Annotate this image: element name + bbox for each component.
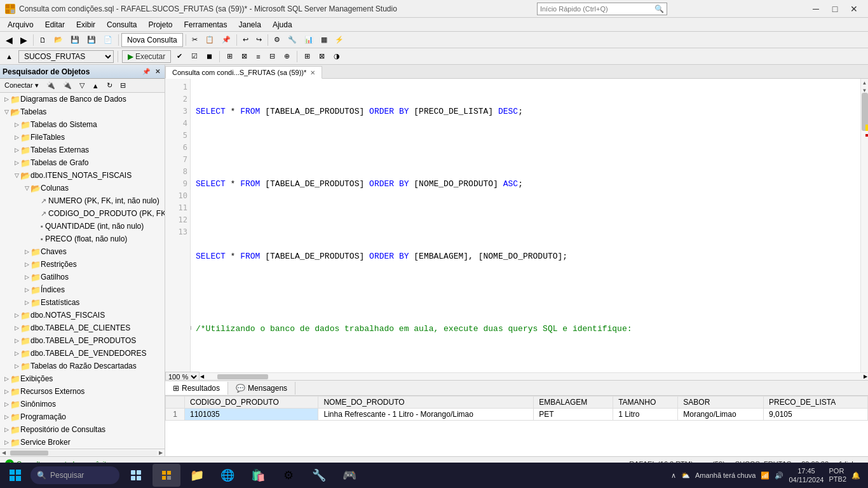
h-scrollbar[interactable]: 100 % ◀ ▶ [165,372,868,380]
toolbar2-misc4[interactable]: ⊟ [266,50,278,64]
tray-chevron[interactable]: ∧ [671,471,676,480]
tree-programacao[interactable]: ▷ 📁 Programação [0,410,165,423]
oe-close-btn[interactable]: ✕ [153,67,162,76]
expand-razao-descartadas[interactable]: ▷ [13,362,20,370]
taskbar-edge-btn[interactable]: 🌐 [214,464,241,487]
oe-collapse-btn[interactable]: ⊟ [117,79,129,93]
forward-btn[interactable]: ▶ [17,33,31,47]
menu-janela[interactable]: Janela [234,19,266,30]
col-header-nome[interactable]: NOME_DO_PRODUTO [318,396,534,409]
tree-service-broker[interactable]: ▷ 📁 Service Broker [0,436,165,449]
quick-search[interactable]: 🔍 [537,3,667,15]
expand-tabelas-sistema[interactable]: ▷ [13,121,20,128]
parse-btn[interactable]: ☑ [188,50,201,64]
tree-notas-fiscais[interactable]: ▷ 📁 dbo.NOTAS_FISCAIS [0,309,165,322]
expand-repositorio[interactable]: ▷ [3,426,10,433]
oe-btn2[interactable]: 🔌 [60,79,75,93]
h-scroll-track[interactable] [205,374,863,380]
tree-gatilhos[interactable]: ▷ 📁 Gatilhos [0,271,165,283]
expand-gatilhos[interactable]: ▷ [23,273,31,281]
menu-ferramentas[interactable]: Ferramentas [179,19,232,30]
oe-scroll-left[interactable]: ◀ [0,450,8,456]
expand-tabela-clientes[interactable]: ▷ [13,324,20,332]
taskbar-search[interactable]: 🔍 Pesquisar [31,466,119,484]
collapse-icon[interactable]: ⊟ [191,323,191,335]
toolbar-btn6[interactable]: 📄 [100,33,116,47]
toolbar2-misc7[interactable]: ⊠ [316,50,328,64]
expand-indices[interactable]: ▷ [23,286,31,294]
tree-estatisticas[interactable]: ▷ 📁 Estatísticas [0,296,165,309]
quick-search-input[interactable] [538,5,652,13]
cell-tamanho[interactable]: 1 Litro [613,409,678,421]
cell-codigo[interactable]: 1101035 [185,409,318,421]
results-btn[interactable]: ◼ [203,50,215,64]
toolbar-cut[interactable]: ✂ [189,33,201,47]
toolbar2-misc2[interactable]: ⊠ [238,50,250,64]
tree-tabela-produtos[interactable]: ▷ 📁 dbo.TABELA_DE_PRODUTOS [0,334,165,347]
tray-notification-icon[interactable]: 🔔 [851,471,860,480]
tab-close-btn[interactable]: ✕ [310,69,315,76]
oe-btn1[interactable]: 🔌 [43,79,58,93]
expand-exibicoes[interactable]: ▷ [3,375,10,383]
tray-clock[interactable]: 17:45 04/11/2024 [789,466,824,485]
toolbar-misc3[interactable]: 📊 [301,33,316,47]
tree-razao-descartadas[interactable]: ▷ 📁 Tabelas do Razão Descartadas [0,360,165,372]
tree-col-numero[interactable]: ↗ NUMERO (PK, FK, int, não nulo) [0,194,165,207]
tree-chaves[interactable]: ▷ 📁 Chaves [0,245,165,258]
scroll-up-btn[interactable]: ▲ [861,79,868,86]
tree-indices[interactable]: ▷ 📁 Índices [0,283,165,296]
expand-filetables[interactable]: ▷ [13,133,20,141]
toolbar-btn3[interactable]: 📂 [51,33,66,47]
col-header-codigo[interactable]: CODIGO_DO_PRODUTO [185,396,318,409]
toolbar-btn2[interactable]: 🗋 [36,33,50,47]
editor-scrollbar[interactable]: ▲ ▼ [860,79,868,372]
menu-editar[interactable]: Editar [40,19,70,30]
cell-nome[interactable]: Linha Refrescante - 1 Litro - Morango/Li… [318,409,534,421]
oe-filter-btn2[interactable]: ▲ [89,79,102,93]
col-header-tamanho[interactable]: TAMANHO [613,396,678,409]
toolbar-undo[interactable]: ↩ [240,33,252,47]
back-btn[interactable]: ◀ [3,33,16,47]
stop-btn[interactable]: ✔ [173,50,186,64]
toolbar2-btn1[interactable]: ▲ [3,50,16,64]
expand-service-broker[interactable]: ▷ [3,438,10,446]
toolbar-redo[interactable]: ↪ [253,33,265,47]
tree-sinonimos[interactable]: ▷ 📁 Sinônimos [0,398,165,410]
toolbar2-misc5[interactable]: ⊕ [281,50,293,64]
taskbar-explorer-btn[interactable]: 📁 [183,464,211,487]
h-scroll-right[interactable]: ▶ [863,374,868,380]
toolbar-copy[interactable]: 📋 [202,33,217,47]
toolbar2-misc[interactable]: ⊞ [224,50,236,64]
new-query-button[interactable]: Nova Consulta [121,33,183,47]
oe-filter-btn[interactable]: ▽ [76,79,88,93]
expand-sinonimos[interactable]: ▷ [3,400,10,408]
expand-tabela-produtos[interactable]: ▷ [13,337,20,344]
expand-notas-fiscais[interactable]: ▷ [13,311,20,319]
toolbar-misc5[interactable]: ⚡ [332,33,347,47]
tree-tabela-vendedores[interactable]: ▷ 📁 dbo.TABELA_DE_VENDEDORES [0,347,165,360]
code-area[interactable]: SELECT * FROM [TABELA_DE_PRODUTOS] ORDER… [191,79,860,372]
oe-scroll-track[interactable] [8,451,157,456]
cell-sabor[interactable]: Morango/Limao [678,409,764,421]
col-header-embalagem[interactable]: EMBALAGEM [534,396,613,409]
expand-estatisticas[interactable]: ▷ [23,299,31,306]
expand-diagramas[interactable]: ▷ [3,95,10,103]
toolbar2-misc3[interactable]: ≡ [253,50,263,64]
minimize-button[interactable]: ─ [807,3,825,15]
results-tab-mensagens[interactable]: 💬 Mensagens [228,382,295,395]
tree-col-preco[interactable]: ▪ PRECO (float, não nulo) [0,233,165,245]
tree-filetables[interactable]: ▷ 📁 FileTables [0,131,165,144]
tree-tabela-clientes[interactable]: ▷ 📁 dbo.TABELA_DE_CLIENTES [0,322,165,334]
tree-restricoes[interactable]: ▷ 📁 Restrições [0,258,165,271]
tree-recursos[interactable]: ▷ 📁 Recursos Externos [0,385,165,398]
tree-col-quantidade[interactable]: ▪ QUANTIDADE (int, não nulo) [0,220,165,233]
expand-tabelas-grafo[interactable]: ▷ [13,159,20,166]
taskbar-chrome-btn[interactable]: ⚙ [275,464,302,487]
col-header-preco[interactable]: PRECO_DE_LISTA [764,396,868,409]
tree-tabelas-sistema[interactable]: ▷ 📁 Tabelas do Sistema [0,118,165,131]
h-scroll-left[interactable]: ◀ [200,374,205,380]
expand-tabelas-externas[interactable]: ▷ [13,146,20,154]
taskbar-store-btn[interactable]: 🛍️ [244,464,272,487]
menu-ajuda[interactable]: Ajuda [268,19,297,30]
oe-scroll-thumb[interactable] [10,451,48,456]
